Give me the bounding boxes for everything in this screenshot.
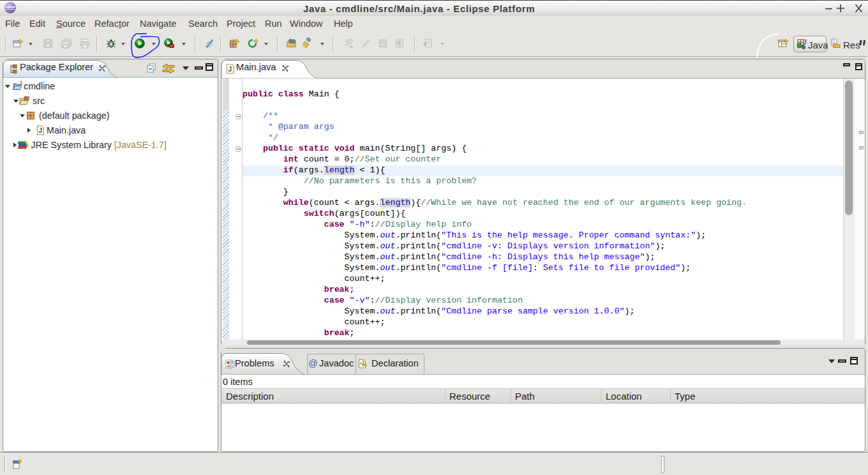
svg-text:J: J <box>19 81 22 86</box>
svg-text:J: J <box>803 39 807 46</box>
svg-text:J: J <box>228 66 232 73</box>
svg-text:J: J <box>39 127 43 134</box>
